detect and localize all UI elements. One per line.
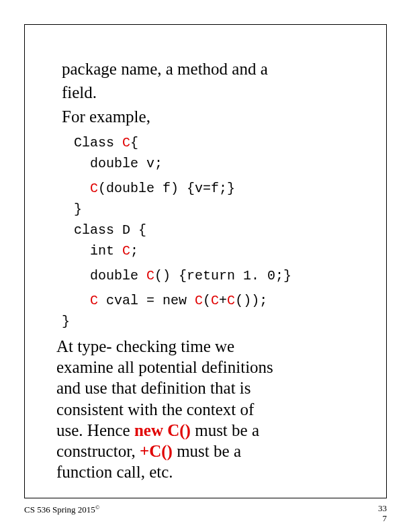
code-text: ; (130, 243, 138, 259)
code-line: double C() {return 1. 0;} (90, 265, 349, 286)
slide-footer: CS 536 Spring 2015© 33 7 (24, 504, 387, 524)
page-number-top: 33 (378, 504, 387, 514)
code-highlight: C (122, 135, 130, 150)
code-line: } (62, 311, 349, 332)
code-text: class D { (74, 222, 146, 238)
code-text: () {return 1. 0;} (154, 268, 291, 283)
text-line: examine all potential definitions (56, 357, 349, 378)
code-text: { (130, 135, 138, 150)
code-text: int (90, 243, 122, 259)
code-highlight: +C() (140, 442, 173, 460)
text-line: At type- checking time we (56, 336, 349, 357)
code-highlight: C (227, 293, 235, 308)
text-segment: constructor, (56, 442, 140, 460)
slide-content: package name, a method and a field. For … (25, 25, 386, 503)
code-text: double v; (90, 156, 163, 171)
code-highlight: C (146, 268, 154, 283)
intro-line-3: For example, (62, 106, 349, 127)
copyright-symbol: © (95, 504, 100, 511)
intro-line-1: package name, a method and a (62, 58, 349, 79)
explanation-paragraph: At type- checking time we examine all po… (56, 336, 349, 483)
code-text: ()); (235, 293, 267, 308)
code-highlight: C (90, 181, 98, 196)
text-line: constructor, +C() must be a (56, 441, 349, 461)
code-text: } (62, 314, 70, 329)
code-text: cval = (98, 293, 163, 308)
code-text: + (219, 293, 227, 308)
page-number-bottom: 7 (378, 514, 387, 524)
text-line: function call, etc. (56, 461, 349, 482)
footer-text: CS 536 Spring 2015 (24, 504, 95, 515)
text-line: and use that definition that is (56, 378, 349, 398)
text-segment: must be a (191, 421, 259, 439)
intro-line-2: field. (62, 82, 349, 103)
footer-page-number: 33 7 (378, 504, 387, 524)
code-highlight: new C() (134, 421, 191, 439)
text-line: use. Hence new C() must be a (56, 420, 349, 441)
code-highlight: C (211, 293, 219, 308)
code-text: double (90, 268, 146, 283)
code-line: } (74, 199, 349, 220)
code-highlight: C (90, 293, 98, 308)
code-line: Class C{ (74, 132, 349, 153)
code-line: int C; (90, 240, 349, 261)
text-segment: use. Hence (56, 421, 134, 439)
page-border: package name, a method and a field. For … (24, 24, 387, 498)
code-text: ( (203, 293, 211, 308)
code-line: C cval = new C(C+C()); (90, 290, 349, 311)
code-text: } (74, 202, 82, 217)
code-example: Class C{ double v; C(double f) {v=f;} } … (74, 132, 349, 332)
code-line: class D { (74, 220, 349, 240)
code-highlight: C (122, 243, 130, 259)
text-line: consistent with the context of (56, 399, 349, 420)
code-line: C(double f) {v=f;} (90, 178, 349, 199)
footer-course-info: CS 536 Spring 2015© (24, 504, 100, 515)
code-text: (double f) {v=f;} (98, 181, 235, 196)
code-text: new (163, 293, 195, 308)
code-line: double v; (90, 153, 349, 174)
code-highlight: C (195, 293, 203, 308)
code-text: Class (74, 135, 122, 150)
text-segment: must be a (173, 442, 241, 460)
